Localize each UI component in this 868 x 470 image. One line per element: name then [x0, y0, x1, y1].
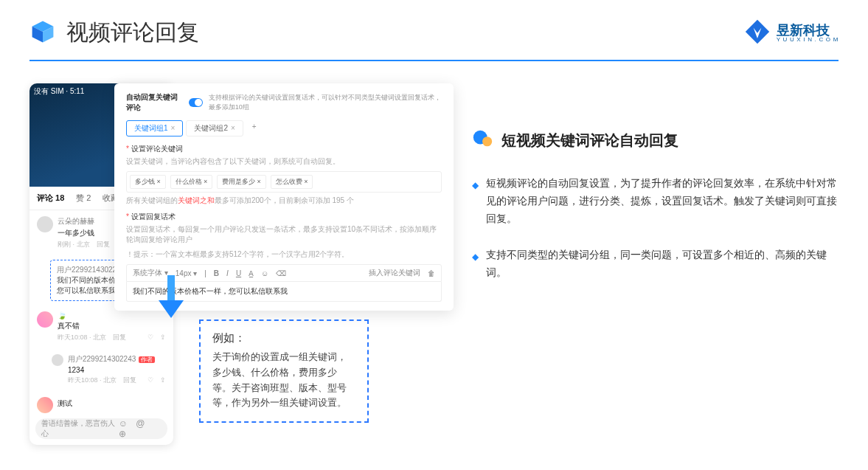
underline-button[interactable]: U: [236, 269, 241, 277]
input-placeholder: 善语结善缘，恶言伤人心: [41, 418, 119, 439]
keyword-chip[interactable]: 费用是多少 ×: [217, 175, 266, 189]
diamond-icon: ◆: [472, 178, 479, 227]
keyword-input[interactable]: 多少钱 × 什么价格 × 费用是多少 × 怎么收费 ×: [126, 171, 442, 193]
cube-icon: [29, 18, 56, 48]
color-button[interactable]: A̲: [249, 269, 254, 277]
bold-button[interactable]: B: [214, 269, 219, 277]
phone-status: 没有 SIM · 5:11: [34, 86, 84, 97]
brand-mark-icon: [744, 18, 771, 48]
phone-tab[interactable]: 赞 2: [76, 193, 91, 204]
section-title: 短视频关键词评论自动回复: [501, 131, 678, 151]
add-group-button[interactable]: +: [246, 120, 263, 136]
section-desc: 设置回复话术，每回复一个用户评论只发送一条话术，最多支持设置10条不同话术，按添…: [126, 224, 442, 245]
comment-name: 用户2299214302243作者: [68, 354, 166, 364]
svg-marker-5: [159, 300, 184, 318]
link-button[interactable]: ⌫: [276, 269, 286, 277]
comment-text: 1234: [68, 366, 166, 374]
keyword-chip[interactable]: 什么价格 ×: [170, 175, 213, 189]
keyword-chip[interactable]: 怎么收费 ×: [271, 175, 313, 189]
comment-meta: 昨天10:08 · 北京 回复 ♡ ⇪: [58, 333, 166, 342]
svg-rect-4: [167, 275, 175, 300]
comment-text: 测试: [58, 398, 166, 409]
delete-button[interactable]: 🗑: [428, 269, 435, 277]
avatar: [37, 397, 53, 413]
comment-item: 测试: [29, 391, 173, 419]
comment-name: 🍃: [58, 311, 166, 319]
header: 视频评论回复 昱新科技 Y U U X I N . C O M: [0, 0, 868, 55]
example-box: 例如： 关于询价的设置成一组关键词，多少钱、什么价格，费用多少等。关于咨询班型、…: [199, 319, 369, 423]
bullet-item: ◆短视频评论的自动回复设置，为了提升作者的评论回复效率，在系统中针对常见的评论用…: [472, 175, 839, 227]
comment-item: 用户2299214302243作者 1234 昨天10:08 · 北京 回复 ♡…: [29, 348, 173, 391]
comment-item: 🍃 真不错 昨天10:08 · 北京 回复 ♡ ⇪: [29, 305, 173, 348]
emoji-button[interactable]: ☺: [261, 269, 268, 277]
example-body: 关于询价的设置成一组关键词，多少钱、什么价格，费用多少等。关于咨询班型、版本、型…: [212, 350, 355, 411]
keyword-hint: 所有关键词组的关键词之和最多可添加200个，目前剩余可添加 195 个: [126, 196, 442, 206]
comment-input[interactable]: 善语结善缘，恶言伤人心 ☺ @ ⊕: [35, 418, 167, 439]
comment-text: 真不错: [58, 321, 166, 331]
section-desc: 设置关键词，当评论内容包含了以下关键词，则系统可自动回复。: [126, 156, 442, 167]
svg-point-7: [482, 136, 492, 146]
diamond-icon: ◆: [472, 249, 479, 282]
page-title: 视频评论回复: [66, 18, 199, 48]
input-icons[interactable]: ☺ @ ⊕: [119, 418, 162, 439]
brand-name: 昱新科技: [777, 24, 839, 37]
section-tip: ！提示：一个富文本框最多支持512个字符，一个汉字占用2个字符。: [126, 249, 442, 260]
panel-title: 自动回复关键词评论: [126, 92, 183, 113]
avatar: [37, 216, 53, 232]
insert-keyword-button[interactable]: 插入评论关键词: [369, 268, 420, 278]
section-label: 设置评论关键词: [126, 144, 442, 154]
brand-logo: 昱新科技 Y U U X I N . C O M: [744, 18, 839, 48]
svg-marker-3: [746, 19, 769, 43]
chat-bubble-icon: [472, 128, 494, 153]
keyword-chip[interactable]: 多少钱 ×: [130, 175, 166, 189]
panel-desc: 支持根据评论的关键词设置回复话术，可以针对不同类型关键词设置回复话术，最多添加1…: [209, 93, 442, 112]
example-title: 例如：: [212, 331, 355, 345]
avatar: [52, 354, 63, 366]
phone-tab[interactable]: 评论 18: [37, 193, 64, 204]
comment-meta: 昨天10:08 · 北京 回复 ♡ ⇪: [68, 376, 166, 385]
keyword-group-tab[interactable]: 关键词组1×: [126, 120, 183, 136]
section-label: 设置回复话术: [126, 212, 442, 222]
enable-toggle[interactable]: [189, 98, 203, 107]
italic-button[interactable]: I: [226, 269, 229, 277]
bullet-item: ◆支持不同类型的关键词分组，同一类问题，可设置多个相近的、高频的关键词。: [472, 246, 839, 282]
arrow-icon: [159, 275, 184, 322]
keyword-group-tab[interactable]: 关键词组2×: [186, 120, 243, 136]
avatar: [37, 311, 53, 328]
brand-tagline: Y U U X I N . C O M: [777, 37, 839, 43]
